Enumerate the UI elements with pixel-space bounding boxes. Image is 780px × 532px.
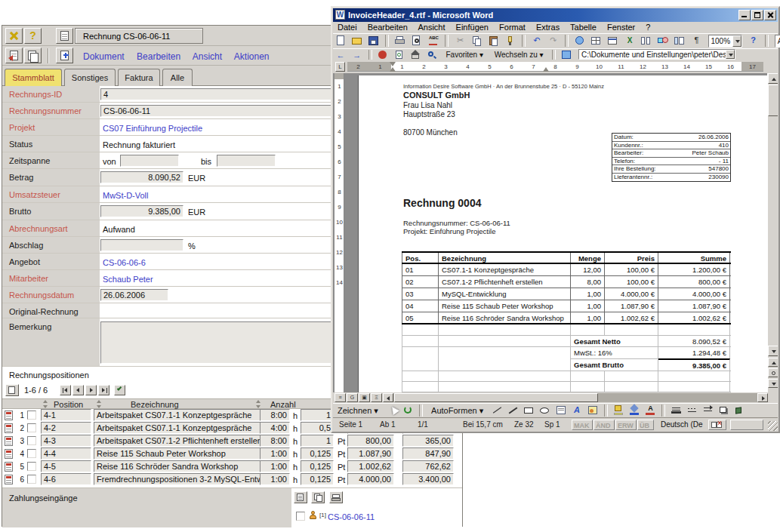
menu-einfuegen[interactable]: Einfügen: [456, 23, 489, 32]
printlayout-view-icon[interactable]: ▣: [359, 393, 370, 402]
row-checkbox[interactable]: [27, 423, 36, 432]
faktor-input[interactable]: 1: [301, 409, 334, 421]
bezeichnung-input[interactable]: Arbeitspaket CS07.1-1 Konzeptgespräche: [94, 409, 261, 421]
hscroll-thumb[interactable]: [394, 393, 598, 402]
stop-icon[interactable]: [376, 50, 390, 60]
position-row-icon[interactable]: [5, 449, 13, 459]
row-checkbox[interactable]: [27, 436, 36, 445]
scrollbar-thumb[interactable]: [768, 85, 778, 116]
position-input[interactable]: 4-5: [41, 460, 91, 472]
oval-icon[interactable]: [538, 404, 551, 417]
help-button[interactable]: ?: [24, 28, 42, 44]
summe-input[interactable]: 365,00: [402, 435, 454, 447]
browse-prev-icon[interactable]: [768, 358, 778, 367]
row-checkbox[interactable]: [27, 462, 36, 471]
dash-style-icon[interactable]: [686, 404, 698, 417]
rectangle-icon[interactable]: [523, 404, 535, 417]
projekt-link[interactable]: CS07 Einführung Projectile: [103, 124, 202, 133]
anzahl-input[interactable]: 4:00: [260, 422, 290, 434]
bezeichnung-input[interactable]: Arbeitspaket CS07.1-1 Konzeptgespräche: [94, 422, 261, 434]
menu-datei[interactable]: Datei: [338, 23, 357, 32]
redo-icon[interactable]: ↷: [547, 35, 560, 48]
bezeichnung-input[interactable]: Reise 116 Schröder Sandra Workshop: [94, 460, 261, 472]
threed-icon[interactable]: [733, 404, 746, 417]
abschlag-input[interactable]: [100, 239, 183, 251]
save-icon[interactable]: [367, 35, 381, 48]
zahlungen-copy-button[interactable]: [311, 491, 325, 503]
horizontal-ruler[interactable]: 2 1 1 2 3 4 5 6 7 8 9 10 11 12 13 14 15 …: [347, 62, 763, 72]
col-bezeichnung[interactable]: Bezeichnung: [131, 400, 179, 409]
pager-last-icon[interactable]: [98, 385, 109, 395]
resize-grip[interactable]: [768, 421, 778, 431]
drawing-icon[interactable]: [656, 35, 670, 48]
spelling-icon[interactable]: ABC: [427, 35, 440, 48]
document-map-icon[interactable]: [673, 35, 686, 48]
tab-alle[interactable]: Alle: [162, 69, 193, 86]
menu-aktionen[interactable]: Aktionen: [234, 51, 270, 62]
word-titlebar[interactable]: W InvoiceHeader_4.rtf - Microsoft Word: [333, 8, 778, 22]
help-icon[interactable]: ?: [747, 35, 760, 48]
copy-document-button[interactable]: [24, 48, 42, 63]
document-page[interactable]: Information Desire Software GmbH · An de…: [358, 75, 769, 392]
outline-view-icon[interactable]: Ξ: [371, 393, 382, 402]
menu-ansicht[interactable]: Ansicht: [193, 51, 222, 62]
new-document-icon[interactable]: [334, 35, 347, 48]
menu-extras[interactable]: Extras: [536, 23, 560, 32]
open-icon[interactable]: [350, 35, 364, 48]
anzahl-input[interactable]: 1:00: [260, 460, 290, 472]
status-ueb[interactable]: ÜB: [637, 420, 654, 430]
browse-object-icon[interactable]: [768, 368, 778, 377]
indent-marker[interactable]: [390, 67, 396, 72]
sort-position-icon[interactable]: [42, 400, 49, 408]
shadow-icon[interactable]: [717, 404, 730, 417]
rechnungsdatum-input[interactable]: 26.06.2006: [100, 289, 168, 301]
textbox-icon[interactable]: [555, 404, 568, 417]
status-mak[interactable]: MAK: [572, 420, 593, 430]
status-erw[interactable]: ERW: [615, 420, 637, 430]
menu-format[interactable]: Format: [499, 23, 526, 32]
zahlungen-print-button[interactable]: [329, 491, 343, 503]
arrow-style-icon[interactable]: [701, 404, 714, 417]
summe-input[interactable]: 3.400,00: [402, 473, 454, 485]
summe-input[interactable]: 762,62: [402, 460, 454, 472]
anzahl-input[interactable]: 1:00: [260, 473, 290, 485]
zahlung-link[interactable]: CS-06-06-11: [328, 512, 375, 521]
sort-anzahl-icon[interactable]: [255, 400, 262, 408]
normal-view-icon[interactable]: ≡: [335, 393, 346, 402]
print-preview-icon[interactable]: [410, 35, 424, 48]
scroll-right-icon[interactable]: [757, 393, 768, 402]
preis-input[interactable]: 800,00: [347, 435, 394, 447]
position-input[interactable]: 4-3: [41, 435, 91, 447]
bezeichnung-input[interactable]: Arbeitspaket CS07.1-2 Pflichtenheft erst…: [94, 435, 261, 447]
back-icon[interactable]: ←: [334, 50, 347, 60]
web-toolbar-icon[interactable]: [560, 50, 574, 60]
angebot-link[interactable]: CS-06-06-6: [103, 258, 146, 267]
vertical-ruler[interactable]: 1 2 3 4 5 6 7 8 9 10 11 12 13 14: [335, 73, 344, 392]
bezeichnung-input[interactable]: Fremdrechnungspositionen 3-2 MySQL-Entw: [94, 473, 261, 485]
refresh-icon[interactable]: [393, 50, 406, 60]
summe-input[interactable]: 847,90: [402, 447, 454, 460]
save-import-button[interactable]: [5, 48, 23, 63]
position-input[interactable]: 4-1: [41, 409, 91, 421]
browse-next-icon[interactable]: [768, 379, 778, 388]
zahlung-checkbox[interactable]: [296, 512, 305, 521]
select-pointer-icon[interactable]: [386, 404, 399, 417]
faktor-input[interactable]: 0,125: [301, 473, 334, 485]
faktor-input[interactable]: 0,5: [301, 422, 334, 434]
zahlungen-report-button[interactable]: [294, 491, 307, 503]
position-input[interactable]: 4-2: [41, 422, 91, 434]
position-input[interactable]: 4-4: [41, 447, 91, 460]
paste-icon[interactable]: [487, 35, 501, 48]
cut-icon[interactable]: ✂: [454, 35, 467, 48]
menu-bearbeiten[interactable]: Bearbeiten: [137, 51, 180, 62]
bezeichnung-input[interactable]: Reise 115 Schaub Peter Workshop: [94, 447, 261, 460]
fill-color-icon[interactable]: [612, 404, 625, 417]
col-anzahl[interactable]: Anzahl: [270, 400, 296, 409]
arrow-icon[interactable]: [507, 404, 519, 417]
brutto-input[interactable]: 9.385,00: [100, 205, 183, 217]
indent-marker[interactable]: [390, 62, 396, 66]
font-combobox[interactable]: Arial: [775, 35, 780, 48]
insert-hyperlink-icon[interactable]: [573, 35, 587, 48]
maximize-icon[interactable]: [751, 10, 763, 20]
preis-input[interactable]: 1.002,62: [347, 460, 394, 472]
